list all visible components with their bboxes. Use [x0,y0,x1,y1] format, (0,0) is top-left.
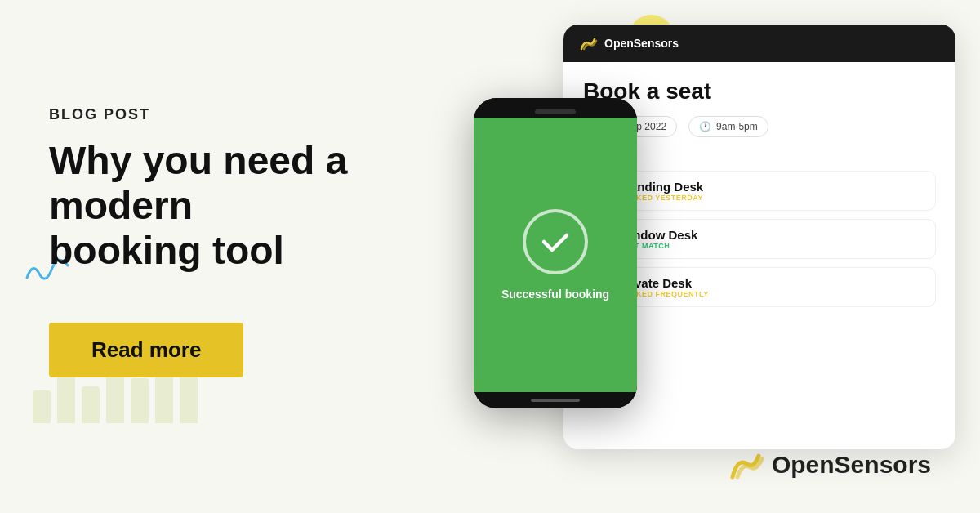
checkmark-icon [537,224,573,260]
chart-bar-7 [180,370,198,423]
blog-post-label: BLOG POST [49,106,408,123]
checkmark-circle [523,209,588,274]
home-indicator [531,399,580,402]
right-area: OpenSensors Book a seat 📅 15 Sep 2022 🕐 … [441,0,980,513]
phone-notch [474,98,637,118]
headline: Why you need a modern booking tool [49,138,408,274]
chart-bar-1 [33,390,51,423]
time-chip: 🕐 9am-5pm [688,116,768,137]
success-booking-text: Successful booking [501,288,609,301]
book-title: Book a seat [583,78,936,105]
notch-bar [535,109,576,114]
headline-line1: Why you need a modern [49,139,347,227]
chart-bar-3 [82,386,100,423]
header-brand-name: OpenSensors [604,37,679,50]
phone-screen: Successful booking [474,118,637,392]
left-content-area: BLOG POST Why you need a modern booking … [49,106,408,377]
app-card-header: OpenSensors [564,25,956,62]
phone-home-bar [474,392,637,408]
chart-bar-2 [57,374,75,423]
chart-bar-5 [131,378,149,423]
clock-icon: 🕐 [699,121,711,132]
headline-line2: booking tool [49,229,284,272]
phone-mockup: Successful booking [474,98,637,408]
read-more-button[interactable]: Read more [49,323,243,377]
time-value: 9am-5pm [716,121,758,132]
header-signal-icon [580,36,598,51]
